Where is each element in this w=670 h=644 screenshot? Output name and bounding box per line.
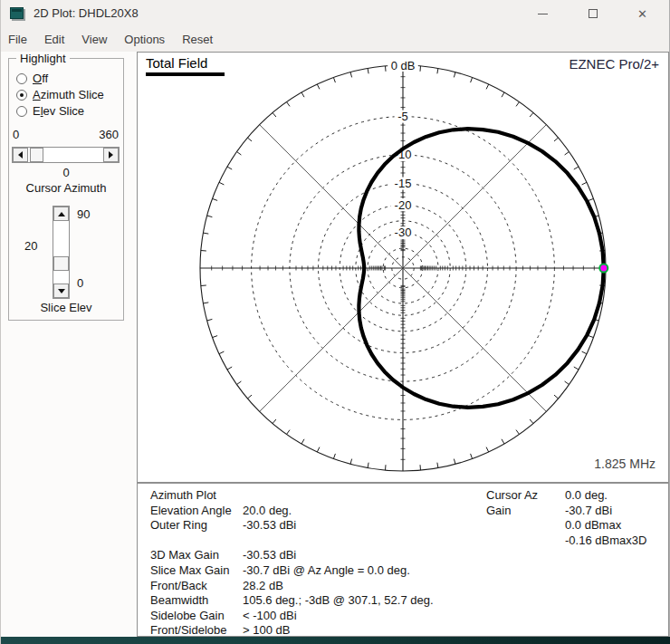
app-window-icon xyxy=(10,7,24,19)
menu-reset[interactable]: Reset xyxy=(182,33,213,46)
radio-azimuth-slice[interactable]: Azimuth Slice xyxy=(16,88,104,101)
info-label: Elevation Angle xyxy=(150,504,243,519)
slice-elev-current-label: 20 xyxy=(24,239,37,253)
desktop-background-strip xyxy=(1,637,670,644)
window-controls: ✕ xyxy=(518,0,667,27)
slice-elev-caption: Slice Elev xyxy=(8,301,124,314)
cursor-info-column: Cursor Az0.0 deg.Gain-30.7 dBi 0.0 dBmax… xyxy=(486,488,646,548)
outer-ring-tick xyxy=(565,381,570,385)
outer-ring-tick xyxy=(565,152,570,156)
info-row: 0.0 dBmax xyxy=(486,518,646,533)
menu-file[interactable]: File xyxy=(8,33,27,46)
info-label: Front/Back xyxy=(150,579,243,594)
slice-elev-min-label: 0 xyxy=(77,276,83,290)
outer-ring-tick xyxy=(454,459,455,465)
info-value: 20.0 deg. xyxy=(243,504,292,519)
info-label: Beamwidth xyxy=(150,593,243,609)
slider-left-arrow-button[interactable] xyxy=(13,148,28,162)
info-value: 0.0 deg. xyxy=(565,488,608,504)
info-row-sidelobe-gain: Sidelobe Gain< -100 dBi xyxy=(150,609,434,624)
radio-label: Elev Slice xyxy=(33,104,84,118)
slice-elev-slider[interactable] xyxy=(53,206,70,299)
menu-options[interactable]: Options xyxy=(124,33,165,46)
up-arrow-icon xyxy=(58,212,65,216)
outer-ring-tick xyxy=(203,303,208,303)
info-row-slice-max-gain: Slice Max Gain-30.7 dBi @ Az Angle = 0.0… xyxy=(150,563,434,579)
title-bar[interactable]: 2D Plot: DHDL20X8 ✕ xyxy=(1,0,669,27)
outer-ring-tick xyxy=(582,182,587,185)
outer-ring-tick xyxy=(502,439,504,444)
radio-elev-slice[interactable]: Elev Slice xyxy=(16,104,84,118)
info-row-front-back: Front/Back28.2 dB xyxy=(150,579,434,594)
right-arrow-icon xyxy=(109,151,113,159)
maximize-icon xyxy=(589,9,598,18)
info-value: 28.2 dB xyxy=(243,579,283,594)
outer-ring-tick xyxy=(516,102,520,107)
outer-ring-tick xyxy=(582,351,587,354)
polar-plot[interactable]: 0 dB-5-10-15-20-30 xyxy=(138,53,668,482)
plot-info-panel: Azimuth Plot Elevation Angle20.0 deg.Out… xyxy=(137,483,669,637)
outer-ring-tick xyxy=(486,447,489,452)
outer-ring-tick xyxy=(386,465,387,470)
info-row-outer-ring: Outer Ring-30.53 dBi xyxy=(150,518,434,533)
info-value: -30.53 dBi xyxy=(243,548,296,563)
close-button[interactable]: ✕ xyxy=(617,0,667,27)
slice-elev-slider-thumb[interactable] xyxy=(53,256,69,271)
menu-view[interactable]: View xyxy=(81,33,107,46)
outer-ring-tick xyxy=(368,68,368,73)
info-row-cursor-az: Cursor Az0.0 deg. xyxy=(486,488,646,504)
maximize-button[interactable] xyxy=(568,0,617,27)
menu-edit[interactable]: Edit xyxy=(44,33,64,46)
info-row xyxy=(150,533,434,549)
radio-off[interactable]: Off xyxy=(16,72,48,85)
radio-unselected-icon[interactable] xyxy=(16,73,27,84)
outer-ring-tick xyxy=(471,78,473,83)
slider-up-arrow-button[interactable] xyxy=(53,207,69,221)
db-label-0: 0 dB xyxy=(391,59,416,72)
info-row-gain: Gain-30.7 dBi xyxy=(486,504,646,519)
outer-ring-tick xyxy=(237,152,242,156)
outer-ring-tick xyxy=(350,459,352,465)
down-arrow-icon xyxy=(58,289,65,293)
close-icon: ✕ xyxy=(637,8,647,20)
minimize-button[interactable] xyxy=(518,0,568,27)
cursor-azimuth-slider[interactable] xyxy=(12,147,120,163)
radio-label: Off xyxy=(33,72,48,85)
info-value: -30.53 dBi xyxy=(243,518,296,533)
outer-ring-tick xyxy=(201,251,206,252)
azimuth-cursor-marker[interactable] xyxy=(599,264,608,273)
outer-ring-tick xyxy=(574,367,579,370)
trace-legend-label: Total Field xyxy=(146,55,207,71)
radio-label: Azimuth Slice xyxy=(33,88,104,101)
slider-right-arrow-button[interactable] xyxy=(103,148,119,162)
db-label--5: -5 xyxy=(397,110,408,123)
menu-bar: File Edit View Options Reset xyxy=(1,27,669,52)
outer-ring-tick xyxy=(273,419,276,424)
info-label: Outer Ring xyxy=(150,518,243,533)
cursor-azimuth-value: 0 xyxy=(8,166,124,179)
info-label: Azimuth Plot xyxy=(150,488,243,504)
plot-info-left-column: Azimuth Plot Elevation Angle20.0 deg.Out… xyxy=(150,488,434,639)
info-label: Gain xyxy=(486,504,565,519)
outer-ring-tick xyxy=(207,216,213,217)
outer-ring-tick xyxy=(227,367,232,370)
outer-ring-tick xyxy=(302,92,304,97)
outer-ring-tick xyxy=(516,430,520,435)
radio-selected-icon[interactable] xyxy=(16,90,27,101)
polar-plot-panel: 0 dB-5-10-15-20-30 Total Field EZNEC Pro… xyxy=(137,52,669,483)
cursor-azimuth-slider-thumb[interactable] xyxy=(30,148,43,162)
outer-ring-tick xyxy=(530,112,533,117)
slider-down-arrow-button[interactable] xyxy=(53,284,69,298)
outer-ring-tick xyxy=(273,112,276,117)
info-value xyxy=(243,533,246,549)
outer-ring-tick xyxy=(219,351,224,354)
highlight-groupbox-title: Highlight xyxy=(16,52,70,65)
radio-unselected-icon[interactable] xyxy=(16,106,27,117)
outer-ring-tick xyxy=(247,138,252,141)
outer-ring-tick xyxy=(454,72,455,78)
outer-ring-tick xyxy=(201,285,206,286)
frequency-label: 1.825 MHz xyxy=(594,457,656,471)
info-value: -30.7 dBi xyxy=(565,504,612,519)
outer-ring-tick xyxy=(420,465,421,470)
outer-ring-tick xyxy=(227,167,232,169)
